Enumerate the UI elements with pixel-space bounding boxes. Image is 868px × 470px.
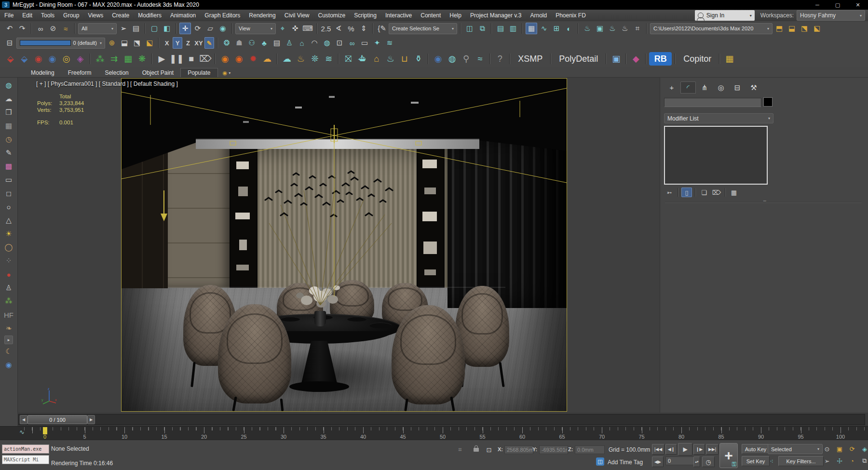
project-path-dropdown[interactable]: C:\Users\20122\Documents\3ds Max 2020▾ bbox=[650, 23, 773, 34]
select-and-scale-icon[interactable]: ▱ bbox=[204, 23, 216, 34]
play-sim-icon[interactable]: ▶ bbox=[155, 52, 168, 66]
workspace-icon-4[interactable]: ⬕ bbox=[811, 23, 823, 34]
make-unique-icon[interactable]: ❏ bbox=[699, 188, 709, 197]
render-grid-icon[interactable]: ⌗ bbox=[632, 23, 643, 34]
curve-editor-icon[interactable]: ∿ bbox=[538, 23, 550, 34]
box-map-icon[interactable]: ⊡ bbox=[334, 37, 345, 49]
toggle-ribbon-icon[interactable]: ▦ bbox=[526, 23, 537, 34]
current-frame-marker[interactable] bbox=[43, 427, 47, 434]
sphere-select-icon[interactable]: ◍ bbox=[2, 79, 15, 92]
menu-graph-editors[interactable]: Graph Editors bbox=[200, 10, 244, 21]
ribbon-tab-selection[interactable]: Selection bbox=[98, 68, 135, 77]
rail-clone-icon[interactable]: ⇉ bbox=[108, 52, 121, 66]
sign-in-button[interactable]: Sign In ▾ bbox=[695, 10, 755, 21]
object-name-field[interactable] bbox=[664, 98, 761, 107]
ribbon-tab-freeform[interactable]: Freeform bbox=[61, 68, 98, 77]
delete-sim-icon[interactable]: ⌦ bbox=[199, 52, 212, 66]
schematic-view-icon[interactable]: ⊞ bbox=[551, 23, 562, 34]
workspace-icon-1[interactable]: ⬒ bbox=[773, 23, 785, 34]
menu-phoenix-fd[interactable]: Phoenix FD bbox=[551, 10, 590, 21]
cloud-preset-icon[interactable]: ☁ bbox=[280, 52, 293, 66]
grass-tool-icon[interactable]: ⁂ bbox=[2, 295, 15, 308]
cone-tool-icon[interactable]: △ bbox=[2, 214, 15, 227]
time-slider-handle[interactable]: 0 / 100 bbox=[27, 415, 87, 424]
x-coordinate-field[interactable]: 2568.805m bbox=[504, 445, 533, 454]
axis-constraint-x[interactable]: X bbox=[162, 37, 172, 49]
flyout-arrow-icon[interactable]: ▸ bbox=[4, 336, 13, 344]
brush-tool-icon[interactable]: ✎ bbox=[2, 147, 15, 159]
masks-icon[interactable]: ⚇ bbox=[246, 37, 258, 49]
figure-icon[interactable]: ♙ bbox=[284, 37, 295, 49]
microphone-icon[interactable]: ⚲ bbox=[460, 52, 473, 66]
go-to-start-button[interactable]: |◀◀ bbox=[652, 444, 665, 455]
workspace-icon-3[interactable]: ⬔ bbox=[799, 23, 810, 34]
chevron-down-icon[interactable]: ▾ bbox=[229, 71, 231, 75]
select-objects-in-layer-icon[interactable]: ⬔ bbox=[131, 37, 143, 49]
select-and-move-icon[interactable]: ✛ bbox=[179, 23, 191, 34]
use-pivot-point-center-icon[interactable]: ⌖ bbox=[277, 23, 288, 34]
current-layer-dropdown[interactable]: 0 (default)▾ bbox=[16, 38, 105, 49]
diamond-plugin-icon[interactable]: ◆ bbox=[629, 52, 642, 66]
plane-tool-icon[interactable]: ▭ bbox=[2, 174, 15, 186]
y-coordinate-field[interactable]: -6935.501r bbox=[539, 445, 568, 454]
house-icon[interactable]: ⌂ bbox=[296, 37, 308, 49]
previous-frame-button[interactable]: ◀ bbox=[20, 415, 27, 424]
time-configuration-button[interactable]: ◷ bbox=[702, 457, 715, 467]
phoenix-water-icon[interactable]: ◉ bbox=[46, 52, 59, 66]
menu-customize[interactable]: Customize bbox=[314, 10, 350, 21]
phoenix-cube-icon[interactable]: ◈ bbox=[74, 52, 87, 66]
key-mode-dropdown[interactable]: Selected ▾ bbox=[768, 444, 823, 454]
help-plugin-icon[interactable]: ? bbox=[493, 52, 506, 66]
menu-group[interactable]: Group bbox=[59, 10, 83, 21]
candle-preset-icon[interactable]: ♨ bbox=[294, 52, 307, 66]
teapot-sim-icon[interactable]: ♨ bbox=[384, 52, 397, 66]
figure-tool-icon[interactable]: ♙ bbox=[2, 282, 15, 294]
set-key-button[interactable]: Set Key bbox=[742, 456, 770, 466]
phoenix-water-cube-icon[interactable]: ⬙ bbox=[18, 52, 31, 66]
toggle-scene-explorer-icon[interactable]: ▤ bbox=[495, 23, 506, 34]
key-mode-toggle-button[interactable]: ◀▶ bbox=[652, 457, 664, 467]
arc-icon[interactable]: ◠ bbox=[309, 37, 320, 49]
auto-key-button[interactable]: Auto Key bbox=[742, 444, 770, 454]
ocean-icon[interactable]: ≈ bbox=[474, 52, 487, 66]
minimize-button[interactable]: ─ bbox=[807, 0, 827, 10]
orbit-icon[interactable]: ⟳ bbox=[847, 444, 857, 454]
archvision-icon[interactable]: ▣ bbox=[610, 52, 623, 66]
edit-named-selection-sets-icon[interactable]: {✎ bbox=[376, 23, 388, 34]
rb-button[interactable]: RB bbox=[649, 52, 672, 66]
toggle-layer-explorer-icon[interactable]: ▥ bbox=[507, 23, 519, 34]
menu-arnold[interactable]: Arnold bbox=[526, 10, 551, 21]
splash-icon[interactable]: ❋ bbox=[136, 52, 149, 66]
menu-views[interactable]: Views bbox=[83, 10, 108, 21]
menu-civil-view[interactable]: Civil View bbox=[280, 10, 314, 21]
menu-interactive[interactable]: Interactive bbox=[381, 10, 416, 21]
xsmp-button[interactable]: XSMP bbox=[513, 52, 547, 66]
add-selection-to-layer-icon[interactable]: ⬓ bbox=[119, 37, 130, 49]
blue-sphere-icon[interactable]: ◉ bbox=[2, 359, 15, 371]
pink-cube-icon[interactable]: ▩ bbox=[2, 160, 15, 173]
zoom-extents-icon[interactable]: ▣ bbox=[834, 444, 845, 454]
utilities-tab-icon[interactable]: ⚒ bbox=[746, 81, 761, 94]
next-key-button[interactable]: ❙▶ bbox=[693, 444, 705, 455]
viewport-label[interactable]: [ + ] [ PhysCamera001 ] [ Standard ] [ D… bbox=[36, 81, 178, 87]
lamp-icon[interactable]: ⚱ bbox=[412, 52, 425, 66]
smoke-preset-icon[interactable]: ☁ bbox=[260, 52, 273, 66]
select-and-link-icon[interactable]: ∞ bbox=[35, 23, 46, 34]
select-and-manipulate-icon[interactable]: ✜ bbox=[289, 23, 301, 34]
menu-tools[interactable]: Tools bbox=[37, 10, 59, 21]
timeline-ruler[interactable]: 0 51015202530354045505560657075808590951… bbox=[17, 427, 866, 440]
render-iterative-icon[interactable]: ♨ bbox=[619, 23, 631, 34]
sphere-icon[interactable]: ◍ bbox=[321, 37, 333, 49]
selection-lock-icon[interactable] bbox=[474, 448, 479, 452]
whale-icon[interactable]: ⛝ bbox=[342, 52, 355, 66]
add-time-tag[interactable]: Add Time Tag bbox=[608, 459, 643, 466]
axis-constraint-z[interactable]: Z bbox=[183, 37, 193, 49]
previous-key-button[interactable]: ◀❙ bbox=[665, 444, 677, 455]
workspaces-dropdown[interactable]: Hosny Fahmy ▾ bbox=[797, 10, 865, 21]
rendered-frame-window-icon[interactable]: ▣ bbox=[594, 23, 606, 34]
play-animation-button[interactable]: ▶ bbox=[678, 443, 692, 456]
display-tab-icon[interactable]: ⊟ bbox=[730, 81, 745, 94]
current-frame-field[interactable]: 0 bbox=[665, 457, 696, 465]
beetle-icon[interactable]: ☗ bbox=[233, 37, 245, 49]
angle-snap-icon[interactable]: ∢ bbox=[333, 23, 344, 34]
